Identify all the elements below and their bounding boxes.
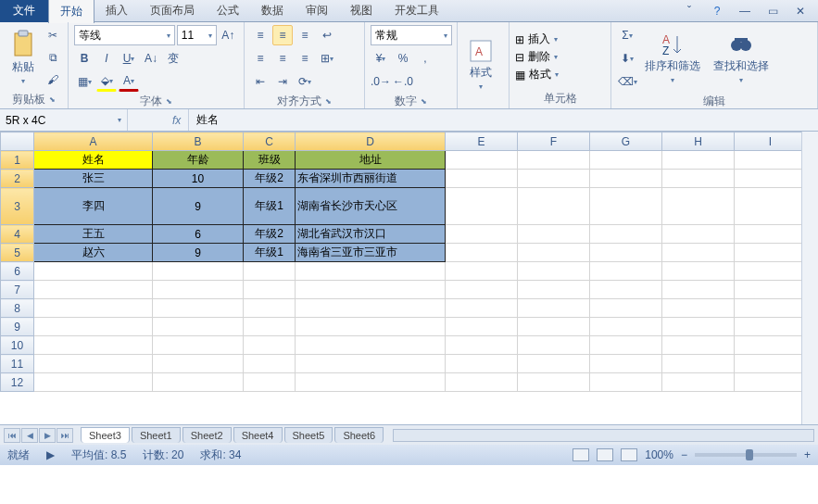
cut-icon[interactable]: ✂ [43,25,63,45]
name-box[interactable]: 5R x 4C▾ [0,109,128,131]
number-format-combo[interactable]: 常规▾ [371,25,452,45]
first-sheet-button[interactable]: ⏮ [4,428,20,443]
window-restore-icon[interactable]: ▭ [762,1,783,21]
ribbon-tabbar: 文件 开始 插入 页面布局 公式 数据 审阅 视图 开发工具 ˇ ? — ▭ ✕ [0,0,818,22]
table-row[interactable]: 12 [1,373,807,392]
sort-icon: AZ [661,32,685,57]
tab-formulas[interactable]: 公式 [206,0,250,22]
tab-review[interactable]: 审阅 [295,0,339,22]
table-row[interactable]: 10 [1,336,807,355]
cell-styles-button[interactable]: A 样式▾ [463,25,498,105]
insert-cells-button[interactable]: ⊞插入▾ [515,32,605,47]
group-align: ≡ ≡ ≡ ↩ ≡ ≡ ≡ ⊞▾ ⇤ ⇥ ⟳▾ 对齐方式⬊ [245,22,365,108]
align-bottom-icon[interactable]: ≡ [295,25,315,45]
increase-decimal-icon[interactable]: .0→ [371,71,391,92]
window-close-icon[interactable]: ✕ [790,1,811,21]
align-center-icon[interactable]: ≡ [272,48,293,69]
zoom-level[interactable]: 100% [645,448,673,461]
sheet-tab[interactable]: Sheet6 [334,427,384,443]
table-row[interactable]: 8 [1,299,807,318]
help-icon[interactable]: ? [707,1,727,21]
phonetic-icon[interactable]: 变 [163,48,183,69]
insert-icon: ⊞ [515,33,524,46]
delete-cells-button[interactable]: ⊟删除▾ [515,49,605,65]
sheet-tab[interactable]: Sheet1 [132,427,181,443]
italic-button[interactable]: I [96,48,117,69]
table-row[interactable]: 11 [1,355,807,373]
prev-sheet-button[interactable]: ◀ [21,428,38,443]
vertical-scrollbar[interactable] [801,132,818,424]
percent-icon[interactable]: % [393,48,413,69]
table-row[interactable]: 1 姓名 年龄 班级 地址 [1,151,807,170]
clear-icon[interactable]: ⌫▾ [617,71,637,92]
binoculars-icon [729,32,753,57]
decrease-decimal-icon[interactable]: ←.0 [393,71,413,92]
comma-icon[interactable]: , [415,48,435,69]
column-headers[interactable]: ABCD EFGHI [1,132,807,151]
tab-page-layout[interactable]: 页面布局 [139,0,206,22]
font-size-combo[interactable]: 11▾ [177,25,217,45]
worksheet-grid[interactable]: ABCD EFGHI 1 姓名 年龄 班级 地址 2张三10年级2东省深圳市西丽… [0,132,818,424]
underline-button[interactable]: U▾ [119,48,139,69]
currency-icon[interactable]: ¥▾ [371,48,391,69]
table-row[interactable]: 9 [1,318,807,336]
formula-input[interactable]: 姓名 [189,112,818,128]
fx-icon[interactable]: fx [165,109,189,131]
page-break-view-button[interactable] [621,448,637,461]
border-button[interactable]: ▦▾ [74,71,94,92]
align-top-icon[interactable]: ≡ [250,25,271,45]
tab-insert[interactable]: 插入 [94,0,139,22]
table-row[interactable]: 5赵六9年级1海南省三亚市三亚市 [1,244,807,262]
next-sheet-button[interactable]: ▶ [39,428,56,443]
copy-icon[interactable]: ⧉ [43,47,63,68]
align-left-icon[interactable]: ≡ [250,48,271,69]
table-row[interactable]: 3李四9年级1湖南省长沙市天心区 [1,188,807,225]
wrap-text-icon[interactable]: ↩ [317,25,337,45]
increase-indent-icon[interactable]: ⇥ [272,71,293,92]
format-cells-button[interactable]: ▦格式▾ [515,67,605,82]
bold-button[interactable]: B [74,48,94,69]
font-color-button[interactable]: A▾ [119,71,139,92]
autosum-icon[interactable]: Σ▾ [617,25,637,45]
macro-record-icon[interactable]: ▶ [46,448,55,461]
sheet-tab[interactable]: Sheet2 [182,427,232,443]
formula-bar: 5R x 4C▾ fx 姓名 [0,109,818,132]
page-layout-view-button[interactable] [597,448,613,461]
window-minimize-icon[interactable]: — [735,1,755,21]
svg-text:A: A [475,45,483,58]
align-middle-icon[interactable]: ≡ [272,25,293,45]
table-row[interactable]: 4王五6年级2湖北省武汉市汉口 [1,225,807,244]
shrink-font-icon[interactable]: A↓ [141,48,161,69]
tab-view[interactable]: 视图 [339,0,384,22]
format-painter-icon[interactable]: 🖌 [43,69,63,90]
align-right-icon[interactable]: ≡ [295,48,315,69]
sheet-tab[interactable]: Sheet3 [81,427,130,443]
fill-icon[interactable]: ⬇▾ [617,48,637,69]
file-tab[interactable]: 文件 [0,0,48,22]
table-row[interactable]: 6 [1,262,807,281]
table-row[interactable]: 2张三10年级2东省深圳市西丽街道 [1,170,807,188]
sort-filter-button[interactable]: AZ 排序和筛选▾ [639,25,706,92]
paste-button[interactable]: 粘贴 ▾ [6,25,41,90]
find-select-button[interactable]: 查找和选择▾ [708,25,774,92]
merge-cells-icon[interactable]: ⊞▾ [317,48,337,69]
orientation-icon[interactable]: ⟳▾ [295,71,315,92]
normal-view-button[interactable] [573,448,589,461]
zoom-in-button[interactable]: + [804,448,811,461]
grow-font-icon[interactable]: A↑ [219,25,238,45]
minimize-ribbon-icon[interactable]: ˇ [679,1,699,21]
sheet-tab[interactable]: Sheet5 [284,427,333,443]
zoom-slider[interactable] [695,453,797,457]
fill-color-button[interactable]: ⬙▾ [96,71,117,92]
tab-home[interactable]: 开始 [48,0,94,23]
zoom-out-button[interactable]: − [681,448,687,461]
sheet-tab[interactable]: Sheet4 [233,427,283,443]
tab-data[interactable]: 数据 [250,0,295,22]
select-all-corner[interactable] [1,132,34,151]
decrease-indent-icon[interactable]: ⇤ [250,71,271,92]
font-name-combo[interactable]: 等线▾ [74,25,175,45]
table-row[interactable]: 7 [1,281,807,299]
last-sheet-button[interactable]: ⏭ [57,428,73,443]
horizontal-scrollbar[interactable] [393,429,814,442]
tab-developer[interactable]: 开发工具 [384,0,450,22]
